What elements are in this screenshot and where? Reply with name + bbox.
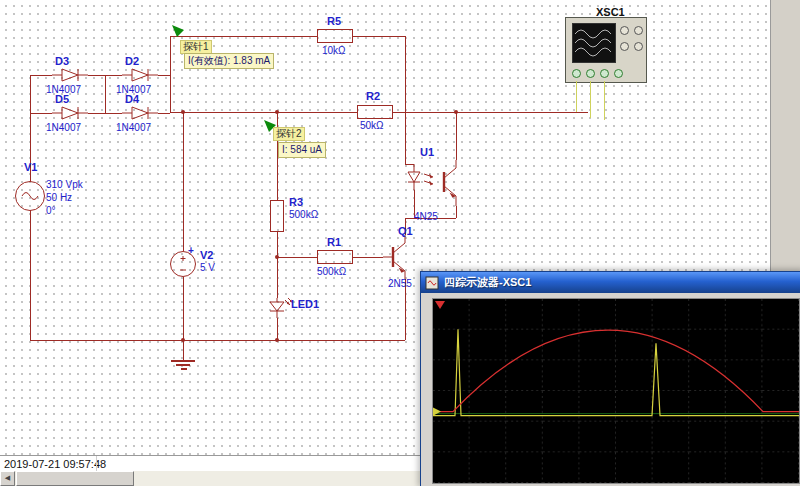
window-titlebar[interactable]: 四踪示波器-XSC1 bbox=[421, 272, 800, 293]
label-r1: R1 bbox=[327, 236, 341, 248]
resistor-r1[interactable] bbox=[317, 250, 353, 264]
resistor-r5[interactable] bbox=[317, 29, 353, 43]
instrument-wire[interactable] bbox=[576, 81, 577, 112]
diode-d2[interactable] bbox=[122, 68, 158, 82]
value-r1: 500kΩ bbox=[317, 266, 346, 277]
instrument-terminal[interactable] bbox=[620, 26, 629, 35]
wire-segment[interactable] bbox=[170, 112, 358, 113]
instrument-channel-terminal[interactable] bbox=[572, 69, 581, 78]
value-q1: 2N55 bbox=[388, 278, 412, 289]
label-u1: U1 bbox=[420, 146, 434, 158]
wire-segment[interactable] bbox=[30, 113, 52, 114]
right-panel-edge bbox=[770, 0, 800, 272]
wire-segment[interactable] bbox=[277, 257, 318, 258]
multisim-workspace: D3 1N4007 D2 1N4007 D5 1N4007 D4 1N4007 … bbox=[0, 0, 800, 486]
probe1-arrow-icon[interactable] bbox=[172, 25, 185, 38]
led-led1[interactable] bbox=[266, 298, 294, 318]
value-r5: 10kΩ bbox=[322, 45, 346, 56]
wire-segment[interactable] bbox=[277, 318, 278, 340]
wire-segment[interactable] bbox=[183, 112, 184, 251]
resistor-r3[interactable] bbox=[270, 200, 284, 232]
resistor-r2[interactable] bbox=[357, 105, 393, 119]
ground-symbol[interactable] bbox=[171, 360, 195, 362]
scrollbar-thumb[interactable] bbox=[16, 471, 134, 486]
wire-segment[interactable] bbox=[88, 113, 122, 114]
instrument-terminal[interactable] bbox=[634, 42, 643, 51]
sine-icon bbox=[16, 182, 44, 210]
optocoupler-u1[interactable] bbox=[400, 160, 464, 212]
instrument-terminal[interactable] bbox=[620, 42, 629, 51]
value-u1: 4N25 bbox=[414, 211, 438, 222]
value-d5: 1N4007 bbox=[46, 122, 81, 133]
wire-segment[interactable] bbox=[352, 257, 383, 258]
probe2-readout[interactable]: I: 584 uA bbox=[278, 142, 326, 158]
scope-screen bbox=[432, 298, 800, 484]
label-r5: R5 bbox=[327, 15, 341, 27]
value-v2: 5 V bbox=[200, 262, 215, 273]
wire-segment[interactable] bbox=[183, 277, 184, 340]
value-v1-frequency: 50 Hz bbox=[46, 192, 72, 203]
wire-segment[interactable] bbox=[183, 340, 184, 360]
oscilloscope-window-icon bbox=[425, 276, 439, 290]
instrument-wire[interactable] bbox=[590, 81, 591, 118]
wire-segment[interactable] bbox=[30, 75, 31, 113]
probe2-name[interactable]: 探针2 bbox=[273, 127, 305, 141]
wire-segment[interactable] bbox=[30, 210, 31, 340]
ground-symbol bbox=[176, 364, 190, 366]
v2-polarity: + bbox=[188, 245, 194, 256]
mini-waveform-icon bbox=[573, 24, 615, 62]
junction-dot bbox=[181, 110, 185, 114]
diode-d4[interactable] bbox=[122, 106, 158, 120]
label-d3: D3 bbox=[55, 55, 69, 67]
window-title: 四踪示波器-XSC1 bbox=[444, 275, 531, 290]
wire-segment[interactable] bbox=[456, 112, 457, 160]
ac-source-v1[interactable] bbox=[15, 181, 45, 211]
value-r3: 500kΩ bbox=[289, 209, 318, 220]
scope-plot bbox=[433, 299, 799, 483]
label-r2: R2 bbox=[366, 90, 380, 102]
instrument-terminal[interactable] bbox=[634, 26, 643, 35]
label-v1: V1 bbox=[24, 161, 37, 173]
junction-dot bbox=[181, 338, 185, 342]
diode-d3[interactable] bbox=[52, 68, 88, 82]
junction-dot bbox=[275, 255, 279, 259]
value-v1-phase: 0° bbox=[46, 205, 56, 216]
wire-segment[interactable] bbox=[158, 75, 170, 76]
scroll-left-button[interactable]: ◀ bbox=[0, 471, 15, 486]
label-d5: D5 bbox=[55, 93, 69, 105]
diode-d5[interactable] bbox=[52, 106, 88, 120]
scope-grid bbox=[433, 299, 799, 483]
instrument-wire[interactable] bbox=[604, 81, 605, 120]
transistor-q1[interactable] bbox=[383, 235, 413, 279]
label-v2: V2 bbox=[200, 249, 213, 261]
label-r3: R3 bbox=[289, 196, 303, 208]
probe1-name[interactable]: 探针1 bbox=[180, 40, 212, 54]
label-q1: Q1 bbox=[398, 225, 413, 237]
wire-segment[interactable] bbox=[170, 36, 171, 113]
wire-segment[interactable] bbox=[392, 112, 588, 113]
value-v1-amplitude: 310 Vpk bbox=[46, 179, 83, 190]
label-led1: LED1 bbox=[291, 298, 319, 310]
wire-segment[interactable] bbox=[30, 75, 52, 76]
label-d2: D2 bbox=[125, 55, 139, 67]
junction-dot bbox=[275, 110, 279, 114]
wire-segment[interactable] bbox=[352, 36, 405, 37]
oscilloscope-window[interactable]: 四踪示波器-XSC1 bbox=[420, 271, 800, 486]
instrument-channel-terminal[interactable] bbox=[586, 69, 595, 78]
wire-segment[interactable] bbox=[170, 36, 318, 37]
value-d4: 1N4007 bbox=[116, 122, 151, 133]
probe1-readout[interactable]: I(有效值): 1.83 mA bbox=[184, 53, 274, 69]
wire-segment[interactable] bbox=[405, 36, 406, 164]
ground-symbol bbox=[181, 368, 187, 370]
value-r2: 50kΩ bbox=[360, 120, 384, 131]
junction-dot bbox=[454, 110, 458, 114]
instrument-channel-terminal[interactable] bbox=[614, 69, 623, 78]
wire-segment[interactable] bbox=[158, 113, 170, 114]
wire-segment[interactable] bbox=[30, 340, 405, 341]
wire-segment[interactable] bbox=[277, 232, 278, 298]
instrument-channel-terminal[interactable] bbox=[600, 69, 609, 78]
wire-segment[interactable] bbox=[105, 75, 106, 113]
label-d4: D4 bbox=[125, 93, 139, 105]
column-divider bbox=[96, 456, 97, 472]
instrument-mini-screen bbox=[572, 23, 616, 63]
